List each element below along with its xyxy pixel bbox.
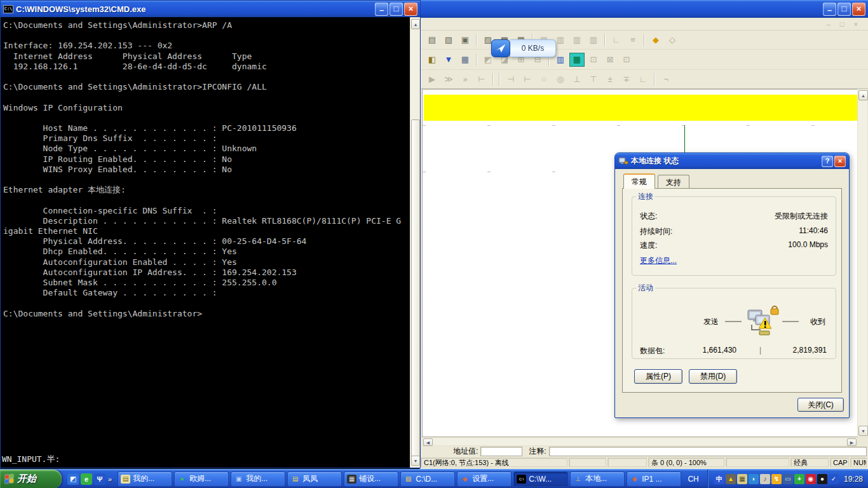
tb-contact-no-icon[interactable]: ⊣ bbox=[503, 72, 519, 86]
address-input[interactable] bbox=[480, 447, 522, 456]
tray-pigeon-messenger-icon[interactable]: ◗ bbox=[749, 474, 759, 484]
more-info-link[interactable]: 更多信息... bbox=[640, 255, 677, 266]
tb-return-icon[interactable]: ¬ bbox=[658, 72, 674, 86]
dialog-help-button[interactable] bbox=[822, 156, 833, 167]
tb-io-table-3-icon[interactable]: ▥ bbox=[569, 33, 585, 47]
tb-vertical-line-icon[interactable]: ⊥ bbox=[569, 72, 585, 86]
dialog-close-x-button[interactable] bbox=[834, 156, 846, 167]
task-omron[interactable]: ●欧姆... bbox=[174, 471, 229, 487]
tab-support[interactable]: 支持 bbox=[658, 175, 689, 189]
task-my-documents-icon: ▤ bbox=[121, 475, 130, 484]
scrollbar-thumb[interactable] bbox=[411, 119, 420, 458]
tb-rung-down-icon[interactable]: ∓ bbox=[619, 72, 634, 86]
grid-tick-row bbox=[423, 125, 858, 126]
tb-run-icon[interactable]: » bbox=[458, 72, 473, 86]
tb-grid-icon[interactable]: ▦ bbox=[458, 53, 473, 67]
tray-soft-keyboard-icon[interactable]: ▦ bbox=[737, 474, 747, 484]
tb-lock-icon[interactable]: ◆ bbox=[648, 33, 663, 47]
connection-activity-icon bbox=[744, 305, 781, 339]
disable-button[interactable]: 禁用(D) bbox=[689, 369, 737, 384]
toolbar-separator bbox=[654, 73, 655, 86]
dialog-titlebar[interactable]: 本地连接 状态 bbox=[615, 153, 849, 169]
task-my-documents[interactable]: ▤我的... bbox=[118, 471, 172, 487]
net-speed-widget[interactable]: 0 KB/s bbox=[491, 39, 556, 57]
task-c-drive-doc[interactable]: ▧C:\D... bbox=[400, 471, 455, 487]
tb-edit-mode-icon[interactable]: ◧ bbox=[424, 53, 440, 67]
tb-instruction-icon[interactable]: ∟ bbox=[635, 72, 651, 86]
scroll-right-icon[interactable] bbox=[847, 438, 857, 446]
tb-io-table-4-icon[interactable]: ▥ bbox=[586, 33, 601, 47]
scroll-down-icon[interactable] bbox=[858, 426, 868, 436]
cmd-minimize-button[interactable] bbox=[375, 3, 388, 16]
language-indicator[interactable]: CH bbox=[684, 471, 703, 487]
cmd-titlebar[interactable]: C:\ C:\WINDOWS\system32\CMD.exe bbox=[1, 1, 420, 17]
received-label: 收到 bbox=[810, 316, 825, 327]
tb-stop-icon[interactable]: ⊢ bbox=[474, 72, 489, 86]
close-button[interactable]: 关闭(C) bbox=[797, 398, 844, 412]
tb-cross-ref-icon[interactable]: ⊠ bbox=[602, 53, 618, 67]
tb-coil-icon[interactable]: ○ bbox=[536, 72, 552, 86]
task-settings[interactable]: ◆设置... bbox=[457, 471, 512, 487]
scroll-up-icon[interactable] bbox=[411, 19, 420, 29]
task-my-computer[interactable]: ▣我的... bbox=[231, 471, 285, 487]
quicklaunch-browser-icon[interactable]: e bbox=[81, 473, 92, 485]
tb-transfer-stack-icon[interactable]: ▼ bbox=[441, 53, 456, 67]
app-close-button[interactable] bbox=[852, 3, 865, 16]
mdi-child-controls-icon[interactable] bbox=[827, 20, 862, 28]
tb-horizontal-line-icon[interactable]: ⊤ bbox=[586, 72, 601, 86]
tray-security-red-icon[interactable]: ◉ bbox=[806, 474, 816, 484]
quicklaunch-media-app-icon[interactable]: ◩ bbox=[67, 473, 79, 485]
tb-new-icon[interactable]: ▤ bbox=[424, 33, 440, 47]
tray-clock[interactable]: 19:28 bbox=[844, 475, 863, 484]
taskbar: 开始 ◩eΨ» ▤我的...●欧姆...▣我的...▤凤凤▦铺设...▧C:\D… bbox=[0, 469, 868, 488]
quicklaunch-overflow-chevron-icon[interactable]: » bbox=[108, 475, 112, 483]
tray-checked-app-icon[interactable]: ✓ bbox=[829, 474, 839, 484]
tray-display-warning-icon[interactable]: ▲ bbox=[726, 474, 736, 484]
task-fengfeng[interactable]: ▤凤凤 bbox=[287, 471, 342, 487]
scroll-down-icon[interactable] bbox=[411, 456, 420, 466]
tb-contact-nc-icon[interactable]: ⊢ bbox=[520, 72, 535, 86]
tb-monitor-icon[interactable]: ≫ bbox=[441, 72, 456, 86]
swallow-icon bbox=[491, 39, 510, 57]
scroll-left-icon[interactable] bbox=[423, 438, 433, 446]
console-vertical-scrollbar[interactable] bbox=[410, 17, 420, 468]
toolbar-separator bbox=[604, 34, 606, 46]
tb-watch-window-icon[interactable]: ▦ bbox=[569, 53, 585, 67]
tb-rung-up-icon[interactable]: ± bbox=[602, 72, 618, 86]
tb-coil-set-icon[interactable]: ◎ bbox=[553, 72, 568, 86]
tb-unlock-icon[interactable]: ◇ bbox=[665, 33, 680, 47]
task-cmd[interactable]: C:\C:\W... bbox=[513, 471, 568, 487]
cmd-restore-button[interactable] bbox=[390, 3, 403, 16]
tb-output-window-icon[interactable]: ⊡ bbox=[586, 53, 601, 67]
tray-qq-icon[interactable]: ● bbox=[817, 474, 827, 484]
tb-step-trace-icon[interactable]: ∟ bbox=[609, 33, 624, 47]
cmd-close-button[interactable] bbox=[404, 3, 417, 16]
tb-time-chart-icon[interactable]: ≡ bbox=[625, 33, 641, 47]
tb-options-icon[interactable]: ⊡ bbox=[619, 53, 634, 67]
comment-input[interactable] bbox=[549, 447, 867, 456]
app-minimize-button[interactable] bbox=[823, 3, 836, 16]
speed-row: 速度: 100.0 Mbps bbox=[640, 240, 828, 250]
start-button[interactable]: 开始 bbox=[0, 470, 62, 488]
app-titlebar[interactable] bbox=[420, 0, 868, 18]
status-label: 状态: bbox=[640, 211, 657, 222]
tray-volume-icon[interactable]: ♪ bbox=[760, 474, 770, 484]
task-local-connection[interactable]: ⊥本地... bbox=[570, 471, 625, 487]
scroll-up-icon[interactable] bbox=[858, 90, 868, 100]
tb-go-online-icon[interactable]: ▶ bbox=[424, 72, 440, 86]
quicklaunch-uc-icon[interactable]: Ψ bbox=[94, 473, 105, 485]
tray-security-shield-icon[interactable]: ↯ bbox=[771, 474, 782, 484]
task-ip1[interactable]: ◆IP1 ... bbox=[627, 471, 681, 487]
canvas-horizontal-scrollbar[interactable] bbox=[422, 437, 858, 446]
console-area[interactable]: C:\Documents and Settings\Administrator>… bbox=[1, 17, 420, 468]
tray-display-settings-icon[interactable]: ▭ bbox=[783, 474, 793, 484]
tb-find-icon[interactable]: ▣ bbox=[458, 33, 473, 47]
properties-button[interactable]: 属性(P) bbox=[634, 369, 682, 384]
tray-antivirus-green-icon[interactable]: + bbox=[794, 474, 804, 484]
tb-open-export-icon[interactable]: ▧ bbox=[441, 33, 456, 47]
tab-general[interactable]: 常规 bbox=[623, 173, 655, 189]
tray-ime-language-icon[interactable]: 中 bbox=[714, 474, 724, 484]
canvas-vertical-scrollbar[interactable] bbox=[857, 89, 868, 437]
app-restore-button[interactable] bbox=[837, 3, 851, 16]
task-pushe[interactable]: ▦铺设... bbox=[344, 471, 398, 487]
